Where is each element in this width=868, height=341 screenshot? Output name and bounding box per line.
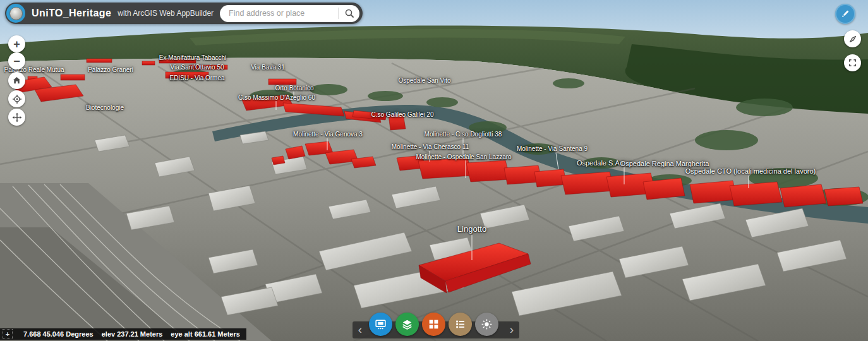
compass-button[interactable]: [844, 30, 861, 47]
minus-icon: −: [13, 56, 20, 67]
search-button[interactable]: [342, 6, 357, 21]
map-label: Molinette - Via Santena 9: [517, 145, 588, 152]
zoom-in-button[interactable]: +: [8, 35, 25, 52]
search-box[interactable]: [220, 5, 359, 22]
screens-widget-button[interactable]: [369, 313, 392, 336]
legend-widget-button[interactable]: [449, 313, 472, 336]
map-label: Ospedale Regina Margherita: [620, 160, 709, 167]
daylight-widget-button[interactable]: [475, 313, 498, 336]
map-label: Molinette - C.so Dogliotti 38: [425, 131, 502, 138]
legend-list-icon: [454, 318, 466, 330]
map-label: Molinette - Ospedale San Lazzaro: [416, 153, 511, 160]
map-label: Lingotto: [457, 224, 486, 234]
fullscreen-icon: [848, 58, 857, 68]
toolbar-next-button[interactable]: ›: [506, 323, 517, 337]
basemap-widget-button[interactable]: [422, 313, 445, 336]
sun-icon: [481, 318, 493, 330]
map-label: Ospedale CTO (locali medicina del lavoro…: [685, 167, 816, 175]
search-input[interactable]: [227, 8, 335, 18]
map-label: Molinette - Via Cherasco 11: [392, 143, 469, 150]
map-label: Palazzo Graneri: [88, 66, 133, 73]
coordinates-statusbar: + 7.668 45.046 Degrees elev 237.21 Meter…: [0, 328, 246, 340]
locate-button[interactable]: [8, 90, 25, 107]
map-label: Biotecnologie: [86, 104, 124, 111]
compass-icon: [848, 34, 858, 44]
grid-icon: [428, 318, 440, 330]
layers-icon: [401, 318, 414, 331]
elevation-value: elev 237.21 Meters: [102, 330, 163, 338]
screens-icon: [374, 318, 387, 331]
search-icon: [344, 8, 354, 18]
map-label: Molinette - Via Genova 3: [293, 131, 363, 138]
map-label: Ex Manifattura Tabacchi: [159, 54, 227, 61]
toolbar-prev-button[interactable]: ‹: [354, 323, 366, 337]
app-title: UniTO_Heritage: [32, 8, 111, 19]
plus-icon: +: [13, 39, 20, 50]
app-subtitle: with ArcGIS Web AppBuilder: [118, 9, 214, 18]
map-label: EDISU - Via Ormea: [169, 75, 224, 81]
map-label: Orto Botanico: [275, 85, 313, 92]
map-label: Via Sant'Ottavio 50: [170, 64, 224, 71]
unito-logo: [6, 4, 25, 23]
map-label: Ospedale San Vito: [398, 77, 450, 84]
fullscreen-button[interactable]: [844, 54, 861, 71]
locate-icon: [12, 94, 22, 104]
university-seal-icon: [9, 7, 23, 20]
edit-button[interactable]: [835, 4, 855, 24]
eye-altitude-value: eye alt 661.61 Meters: [171, 330, 239, 338]
pan-button[interactable]: [8, 109, 25, 126]
layers-widget-button[interactable]: [395, 313, 419, 336]
home-button[interactable]: [8, 72, 25, 89]
search-divider: [338, 8, 339, 19]
coordinates-value: 7.668 45.046 Degrees: [23, 330, 93, 338]
map-label: C.so Galileo Galilei 20: [371, 111, 434, 118]
pan-icon: [12, 112, 22, 123]
scene-viewer[interactable]: Ex Manifattura TabacchiVia Sant'Ottavio …: [0, 0, 868, 341]
pencil-icon: [840, 9, 850, 19]
map-label: C.so Massimo D'Azeglio 60: [238, 94, 315, 101]
map-label: Via Bava 31: [251, 64, 285, 71]
home-icon: [12, 76, 21, 85]
app-header: UniTO_Heritage with ArcGIS Web AppBuilde…: [5, 3, 363, 24]
crosshair-icon[interactable]: +: [3, 329, 13, 339]
zoom-out-button[interactable]: −: [8, 52, 25, 69]
